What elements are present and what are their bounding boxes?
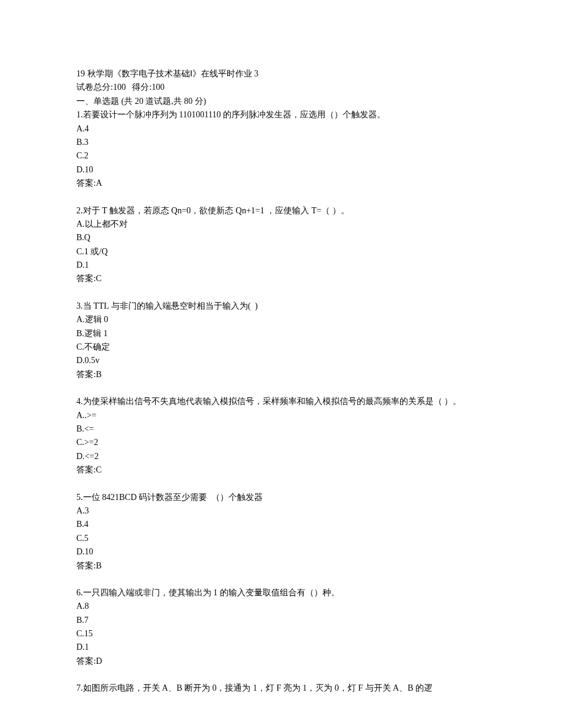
answer: 答案:C [76, 272, 486, 285]
exam-score: 试卷总分:100 得分:100 [76, 81, 486, 94]
question-stem: 3.当 TTL 与非门的输入端悬空时相当于输入为( ) [76, 300, 486, 313]
option: C.2 [76, 149, 486, 163]
option: C.不确定 [76, 340, 486, 354]
answer: 答案:C [76, 463, 486, 477]
option: B.Q [76, 231, 486, 245]
question-stem: 1.若要设计一个脉冲序列为 1101001110 的序列脉冲发生器，应选用（）个… [76, 108, 486, 122]
question-6: 6.一只四输入端或非门，使其输出为 1 的输入变量取值组合有（）种。 A.8 B… [76, 586, 486, 668]
answer: 答案:A [76, 177, 486, 190]
question-7: 7.如图所示电路，开关 A、B 断开为 0，接通为 1，灯 F 亮为 1，灭为 … [76, 682, 486, 695]
question-stem: 6.一只四输入端或非门，使其输出为 1 的输入变量取值组合有（）种。 [76, 586, 486, 600]
option: A.以上都不对 [76, 218, 486, 231]
option: A.8 [76, 600, 486, 613]
option: D.0.5v [76, 354, 486, 367]
exam-header: 19 秋学期《数字电子技术基础Ⅰ》在线平时作业 3 试卷总分:100 得分:10… [76, 67, 486, 191]
question-stem: 7.如图所示电路，开关 A、B 断开为 0，接通为 1，灯 F 亮为 1，灭为 … [76, 682, 486, 695]
exam-title: 19 秋学期《数字电子技术基础Ⅰ》在线平时作业 3 [76, 67, 486, 81]
option: B.4 [76, 518, 486, 531]
question-stem: 5.一位 8421BCD 码计数器至少需要 （）个触发器 [76, 491, 486, 504]
option: C.>=2 [76, 436, 486, 449]
option: D.1 [76, 641, 486, 654]
question-2: 2.对于 T 触发器，若原态 Qn=0，欲使新态 Qn+1=1 ，应使输入 T=… [76, 204, 486, 286]
answer: 答案:D [76, 655, 486, 668]
answer: 答案:B [76, 368, 486, 381]
option: D.1 [76, 259, 486, 272]
question-5: 5.一位 8421BCD 码计数器至少需要 （）个触发器 A.3 B.4 C.5… [76, 491, 486, 573]
question-4: 4.为使采样输出信号不失真地代表输入模拟信号，采样频率和输入模拟信号的最高频率的… [76, 395, 486, 477]
answer: 答案:B [76, 559, 486, 573]
option: D.10 [76, 545, 486, 559]
option: B.7 [76, 614, 486, 627]
option: A..>= [76, 409, 486, 422]
option: A.3 [76, 504, 486, 518]
option: D.<=2 [76, 450, 486, 463]
option: B.<= [76, 422, 486, 436]
option: B.3 [76, 136, 486, 149]
option: D.10 [76, 163, 486, 177]
question-3: 3.当 TTL 与非门的输入端悬空时相当于输入为( ) A.逻辑 0 B.逻辑 … [76, 300, 486, 381]
question-stem: 4.为使采样输出信号不失真地代表输入模拟信号，采样频率和输入模拟信号的最高频率的… [76, 395, 486, 408]
option: C.5 [76, 532, 486, 545]
section-title: 一、单选题 (共 20 道试题,共 80 分) [76, 95, 486, 108]
option: C.15 [76, 627, 486, 641]
option: A.逻辑 0 [76, 313, 486, 326]
option: B.逻辑 1 [76, 327, 486, 340]
question-stem: 2.对于 T 触发器，若原态 Qn=0，欲使新态 Qn+1=1 ，应使输入 T=… [76, 204, 486, 218]
option: A.4 [76, 122, 486, 136]
option: C.1 或/Q [76, 245, 486, 259]
